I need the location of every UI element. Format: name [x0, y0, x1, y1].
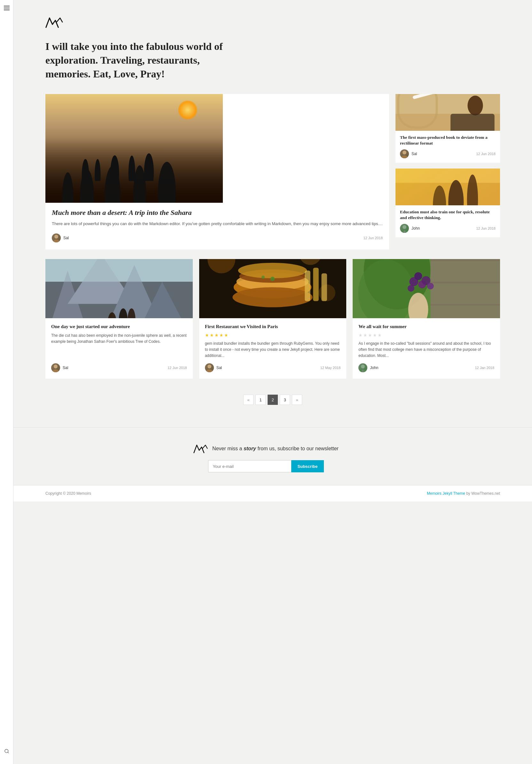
svg-point-68	[408, 285, 414, 292]
sidebar-card-1-author: Sal	[400, 149, 417, 158]
featured-date: 12 Jun 2018	[364, 236, 383, 240]
svg-point-3	[80, 169, 94, 203]
card-restaurant-body: First Restaurant we Visited in Paris ★★★…	[199, 318, 347, 379]
sidebar-card-1-author-name: Sal	[412, 152, 417, 156]
svg-point-53	[270, 277, 274, 281]
svg-point-6	[158, 162, 176, 203]
footer-theme-link[interactable]: Memoirs Jekyll Theme	[427, 491, 465, 496]
card-restaurant-date: 12 May 2018	[320, 366, 341, 370]
svg-point-67	[414, 273, 422, 280]
card-summer-image	[353, 259, 500, 318]
sidebar-card-2[interactable]: Education must also train one for quick,…	[396, 168, 500, 237]
card-adventure-title[interactable]: One day we just started our adventure	[51, 323, 187, 330]
pagination: « 1 2 3 »	[45, 395, 500, 405]
newsletter-tagline: Never miss a story from us, subscribe to…	[212, 446, 339, 452]
svg-rect-61	[431, 304, 500, 306]
sidebar-card-1[interactable]: The first mass-produced book to deviate …	[396, 94, 500, 163]
featured-main-image	[45, 94, 223, 203]
featured-author-avatar	[52, 234, 61, 242]
sidebar-card-1-image	[396, 94, 500, 131]
svg-point-2	[62, 172, 74, 203]
svg-rect-60	[431, 282, 500, 284]
newsletter-logo	[193, 444, 208, 454]
svg-rect-50	[305, 271, 310, 301]
sidebar-card-2-image	[396, 168, 500, 205]
svg-rect-51	[313, 268, 318, 301]
card-adventure-date: 12 Jun 2018	[168, 366, 187, 370]
hamburger-button[interactable]	[4, 6, 10, 10]
svg-point-49	[233, 287, 312, 308]
featured-main-body: Much more than a desert: A trip into the…	[45, 203, 389, 250]
site-logo[interactable]	[45, 16, 63, 29]
sidebar-card-2-meta: John 12 Jun 2018	[400, 224, 495, 233]
footer-attribution: Memoirs Jekyll Theme by WowThemes.net	[427, 491, 500, 496]
sidebar-card-2-author-name: John	[412, 226, 420, 231]
card-restaurant-excerpt: gem install bundler installs the bundler…	[205, 341, 341, 359]
card-adventure-author: Sal	[51, 363, 68, 372]
svg-point-40	[53, 369, 59, 372]
sidebar-card-2-title[interactable]: Education must also train one for quick,…	[400, 209, 495, 221]
svg-point-54	[261, 276, 265, 279]
svg-point-56	[206, 369, 213, 372]
cards-row: One day we just started our adventure Th…	[45, 259, 500, 379]
logo-area	[45, 0, 500, 30]
svg-point-39	[54, 365, 58, 368]
card-summer-author-name: John	[370, 366, 378, 370]
card-adventure-image	[45, 259, 193, 318]
search-icon[interactable]	[4, 749, 9, 755]
svg-rect-58	[431, 259, 500, 318]
card-adventure-excerpt: The die cut has also been employed in th…	[51, 333, 187, 359]
svg-point-7	[54, 235, 58, 239]
svg-point-5	[133, 165, 146, 203]
pagination-page-3[interactable]: 3	[280, 395, 290, 405]
newsletter-logo-row: Never miss a story from us, subscribe to…	[0, 444, 532, 454]
svg-rect-21	[396, 168, 500, 205]
svg-point-4	[104, 166, 120, 203]
card-adventure-body: One day we just started our adventure Th…	[45, 318, 193, 379]
svg-point-17	[403, 151, 406, 154]
svg-point-18	[401, 155, 408, 158]
card-adventure-meta: Sal 12 Jun 2018	[51, 363, 187, 372]
svg-point-55	[208, 365, 211, 368]
sidebar-card-1-date: 12 Jun 2018	[476, 152, 495, 156]
featured-sidebar: The first mass-produced book to deviate …	[396, 94, 500, 250]
pagination-page-1[interactable]: 1	[256, 395, 266, 405]
card-restaurant-author-name: Sal	[217, 366, 222, 370]
footer-bottom: Copyright © 2020 Memoirs Memoirs Jekyll …	[0, 485, 532, 501]
featured-author-name: Sal	[63, 236, 69, 240]
featured-row: Much more than a desert: A trip into the…	[45, 94, 500, 250]
sidebar-card-2-body: Education must also train one for quick,…	[396, 205, 500, 237]
newsletter-email-input[interactable]	[208, 460, 291, 473]
card-summer-date: 12 Jan 2018	[475, 366, 494, 370]
card-restaurant-meta: Sal 12 May 2018	[205, 363, 341, 372]
card-adventure[interactable]: One day we just started our adventure Th…	[45, 259, 193, 379]
svg-point-25	[403, 225, 406, 229]
svg-rect-52	[321, 274, 327, 301]
sidebar-card-1-title[interactable]: The first mass-produced book to deviate …	[400, 135, 495, 146]
card-restaurant-avatar	[205, 363, 214, 372]
footer-suffix: by WowThemes.net	[465, 491, 500, 496]
card-restaurant-author: Sal	[205, 363, 222, 372]
pagination-prev[interactable]: «	[243, 395, 254, 405]
featured-main-title[interactable]: Much more than a desert: A trip into the…	[52, 209, 383, 217]
featured-main-meta: Sal 12 Jun 2018	[52, 234, 383, 242]
svg-rect-35	[45, 259, 193, 282]
newsletter-form: Subscribe	[0, 460, 532, 473]
main-content: I will take you into the fabulous world …	[13, 0, 532, 405]
featured-main-card[interactable]: Much more than a desert: A trip into the…	[45, 94, 389, 250]
card-summer-stars: ★★★★★	[358, 333, 494, 338]
card-summer[interactable]: We all wait for summer ★★★★★ As I engage…	[353, 259, 500, 379]
sidebar-card-1-body: The first mass-produced book to deviate …	[396, 131, 500, 163]
card-restaurant-image	[199, 259, 347, 318]
featured-author: Sal	[52, 234, 69, 242]
newsletter-subscribe-button[interactable]: Subscribe	[291, 460, 324, 473]
pagination-page-2[interactable]: 2	[267, 395, 278, 405]
pagination-next[interactable]: »	[292, 395, 302, 405]
card-summer-body: We all wait for summer ★★★★★ As I engage…	[353, 318, 500, 379]
card-adventure-avatar	[51, 363, 60, 372]
card-restaurant-stars: ★★★★★	[205, 333, 341, 338]
card-restaurant-title[interactable]: First Restaurant we Visited in Paris	[205, 323, 341, 330]
svg-line-1	[8, 752, 9, 753]
card-restaurant[interactable]: First Restaurant we Visited in Paris ★★★…	[199, 259, 347, 379]
card-summer-title[interactable]: We all wait for summer	[358, 323, 494, 330]
